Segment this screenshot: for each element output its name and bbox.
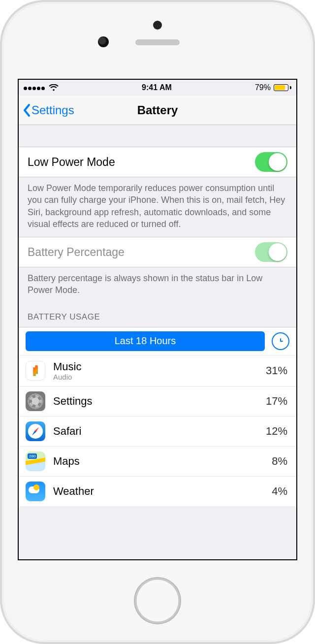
low-power-mode-label: Low Power Mode (28, 156, 115, 169)
battery-icon (274, 84, 291, 91)
status-bar: 9:41 AM 79% (19, 80, 296, 96)
safari-app-icon (26, 421, 45, 441)
volume-down-button (0, 192, 1, 226)
back-label: Settings (32, 103, 74, 117)
music-app-icon (26, 361, 45, 381)
usage-row-weather[interactable]: Weather4% (19, 476, 296, 506)
usage-row-maps[interactable]: Maps8% (19, 446, 296, 476)
usage-app-name: Music (53, 360, 266, 373)
battery-percentage-label: Battery Percentage (28, 246, 125, 259)
status-battery-pct: 79% (255, 83, 271, 92)
usage-app-percent: 17% (266, 395, 287, 408)
low-power-mode-footer: Low Power Mode temporarily reduces power… (19, 177, 296, 237)
screen: 9:41 AM 79% Settings Battery Low Power M… (18, 79, 297, 560)
usage-segment-selected[interactable]: Last 18 Hours (26, 331, 265, 351)
low-power-mode-cell[interactable]: Low Power Mode (19, 147, 296, 177)
battery-percentage-switch (255, 242, 287, 262)
weather-app-icon (26, 482, 45, 501)
usage-app-percent: 8% (272, 455, 287, 468)
wifi-icon (49, 84, 59, 91)
usage-segment-label: Last 18 Hours (115, 335, 176, 347)
status-time: 9:41 AM (142, 83, 172, 92)
volume-up-button (0, 148, 1, 182)
usage-app-name: Maps (53, 455, 272, 468)
usage-segment-row: Last 18 Hours (19, 327, 296, 355)
usage-app-name: Safari (53, 425, 266, 438)
earpiece-speaker (135, 39, 180, 45)
usage-row-text: Maps (53, 455, 272, 468)
home-button[interactable] (134, 577, 181, 624)
clock-icon (276, 336, 285, 346)
usage-clock-button[interactable] (272, 332, 289, 350)
usage-app-percent: 31% (266, 364, 287, 377)
maps-app-icon (26, 451, 45, 471)
settings-app-icon (26, 391, 45, 411)
nav-bar: Settings Battery (19, 96, 296, 125)
usage-row-text: Safari (53, 425, 266, 438)
usage-app-name: Weather (53, 485, 272, 498)
usage-app-subtitle: Audio (53, 373, 266, 381)
usage-list: MusicAudio31%Settings17%Safari12%Maps8%W… (19, 355, 296, 506)
usage-row-text: Settings (53, 395, 266, 408)
usage-app-percent: 12% (266, 425, 287, 438)
low-power-mode-switch[interactable] (255, 152, 287, 172)
battery-usage-header: BATTERY USAGE (19, 303, 296, 327)
proximity-sensor (153, 21, 162, 30)
back-button[interactable]: Settings (23, 96, 74, 125)
chevron-left-icon (23, 103, 31, 117)
phone-frame: 9:41 AM 79% Settings Battery Low Power M… (0, 0, 315, 644)
battery-percentage-footer: Battery percentage is always shown in th… (19, 267, 296, 303)
battery-percentage-cell: Battery Percentage (19, 237, 296, 267)
usage-row-settings[interactable]: Settings17% (19, 386, 296, 416)
content: Low Power Mode Low Power Mode temporaril… (19, 125, 296, 559)
front-camera (98, 36, 109, 47)
usage-row-text: Weather (53, 485, 272, 498)
signal-dots-icon (24, 83, 46, 92)
page-title: Battery (137, 103, 178, 117)
usage-app-percent: 4% (272, 485, 287, 498)
usage-row-safari[interactable]: Safari12% (19, 416, 296, 446)
usage-app-name: Settings (53, 395, 266, 408)
mute-switch (0, 116, 1, 135)
usage-row-music[interactable]: MusicAudio31% (19, 355, 296, 386)
usage-row-text: MusicAudio (53, 360, 266, 381)
